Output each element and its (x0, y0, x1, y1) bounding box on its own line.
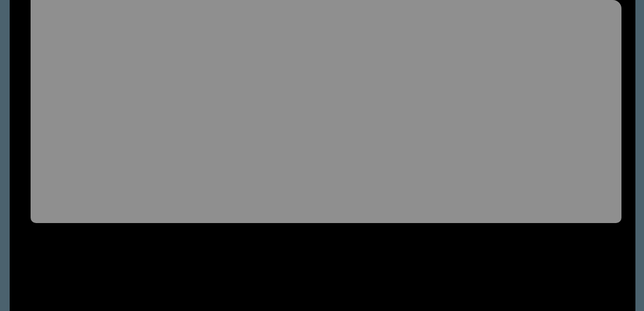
session-view-panel (31, 0, 621, 223)
desktop-strip-right (635, 0, 644, 311)
ableton-live-window (0, 0, 644, 311)
desktop-strip-left (0, 0, 10, 311)
